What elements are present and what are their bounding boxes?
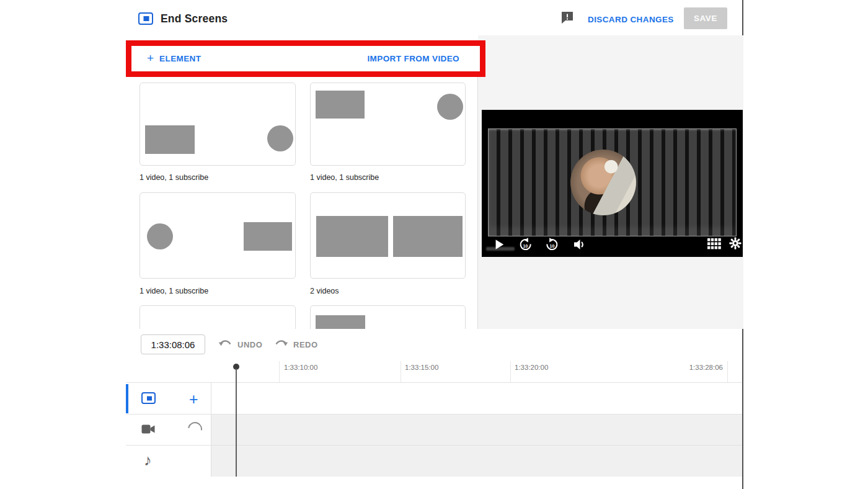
template-label-2: 1 video, 1 subscribe — [310, 173, 379, 182]
discard-changes-button[interactable]: DISCARD CHANGES — [588, 15, 674, 24]
end-screens-icon — [138, 12, 153, 25]
subscribe-element-avatar[interactable] — [570, 150, 636, 215]
plus-icon: + — [147, 52, 154, 65]
active-track-indicator — [126, 384, 128, 413]
ruler-tick — [510, 361, 511, 383]
rewind-10-icon[interactable]: 10 — [518, 236, 533, 252]
ruler-tick-label: 1:33:15:00 — [405, 364, 438, 371]
add-element-label: ELEMENT — [159, 54, 201, 63]
audio-track-lane — [211, 446, 742, 477]
track-divider — [126, 445, 742, 446]
add-element-button[interactable]: + ELEMENT — [147, 52, 201, 66]
video-element-shape — [316, 91, 365, 119]
ruler-tick — [727, 361, 728, 383]
undo-button[interactable]: UNDO — [237, 340, 262, 349]
template-card-2[interactable] — [310, 83, 466, 166]
loading-spinner-icon — [185, 419, 205, 439]
template-card-5[interactable] — [140, 305, 296, 329]
template-label-4: 2 videos — [310, 287, 339, 295]
subscribe-element-shape — [437, 94, 463, 120]
subscribe-element-shape — [267, 125, 293, 151]
play-icon[interactable] — [492, 237, 507, 252]
import-from-video-button[interactable]: IMPORT FROM VIDEO — [367, 54, 459, 63]
ruler-bottom-border — [126, 382, 742, 383]
track-header-divider — [211, 383, 211, 477]
redo-button[interactable]: REDO — [293, 340, 318, 349]
forward-10-icon[interactable]: 10 — [544, 236, 559, 252]
video-element-shape — [316, 315, 365, 329]
playhead-line[interactable] — [236, 369, 237, 477]
settings-gear-icon[interactable] — [728, 236, 742, 250]
template-label-1: 1 video, 1 subscribe — [140, 173, 208, 182]
current-time-field[interactable]: 1:33:08:06 — [141, 334, 205, 354]
svg-text:10: 10 — [549, 243, 554, 248]
element-toolbar-highlight: + ELEMENT IMPORT FROM VIDEO — [126, 40, 485, 77]
add-end-screen-element-button[interactable]: + — [189, 392, 198, 407]
video-player: 10 10 — [482, 110, 743, 257]
ruler-tick-label: 1:33:10:00 — [284, 364, 317, 371]
template-card-3[interactable] — [140, 192, 296, 279]
ruler-tick — [279, 361, 280, 383]
track-divider — [126, 414, 742, 415]
undo-icon[interactable] — [218, 337, 232, 348]
template-card-6[interactable] — [310, 305, 466, 329]
video-element-shape — [145, 125, 195, 154]
screenshot-stage: End Screens DISCARD CHANGES SAVE + ELEME… — [0, 0, 868, 489]
timeline-ruler[interactable]: 1:33:10:00 1:33:15:00 1:33:20:00 1:33:28… — [126, 360, 742, 383]
video-element-shape — [393, 216, 463, 257]
ruler-tick-label: 1:33:20:00 — [515, 364, 548, 371]
subscribe-element-shape — [147, 223, 173, 249]
page-title: End Screens — [161, 12, 228, 25]
music-note-icon: ♪ — [144, 452, 152, 468]
feedback-icon[interactable] — [560, 11, 574, 25]
end-screen-track-icon — [141, 392, 156, 404]
template-list: 1 video, 1 subscribe 1 video, 1 subscrib… — [126, 77, 477, 329]
preview-panel: 10 10 — [478, 35, 743, 329]
ruler-tick-label: 1:33:28:06 — [689, 364, 723, 371]
redo-icon[interactable] — [273, 337, 288, 348]
template-card-1[interactable] — [140, 83, 296, 166]
template-card-4[interactable] — [310, 192, 466, 279]
template-label-3: 1 video, 1 subscribe — [140, 287, 208, 295]
end-screen-editor-window: End Screens DISCARD CHANGES SAVE + ELEME… — [126, 0, 743, 489]
video-track-icon — [141, 423, 156, 434]
svg-text:10: 10 — [523, 243, 528, 248]
volume-icon[interactable] — [572, 237, 587, 252]
video-element-shape — [316, 216, 388, 257]
video-track-lane — [211, 415, 742, 445]
video-element-shape — [244, 222, 292, 251]
save-button[interactable]: SAVE — [684, 7, 727, 29]
videowall-grid-icon[interactable] — [707, 238, 721, 250]
ruler-tick — [401, 361, 401, 383]
